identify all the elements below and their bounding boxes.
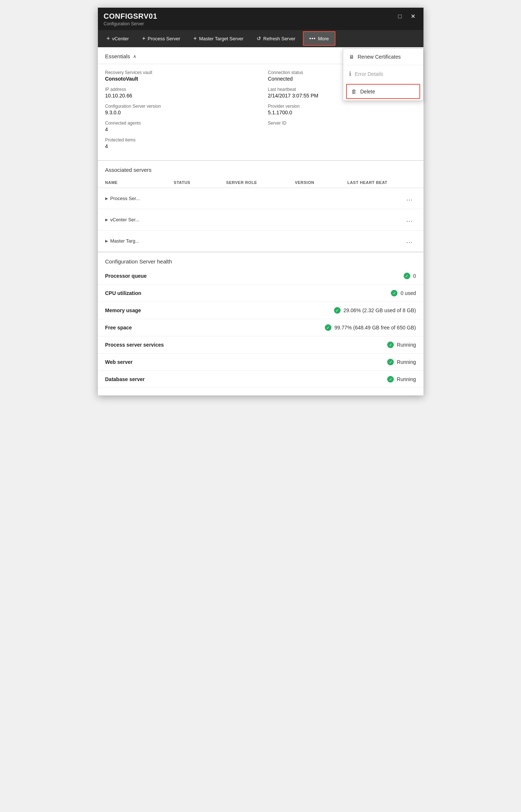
essentials-left: Recovery Services vault ConsotoVault IP … [105, 70, 253, 154]
close-button[interactable]: ✕ [408, 12, 418, 21]
ip-value: 10.10.20.66 [105, 93, 253, 99]
table-row[interactable]: ▶ Master Targ... … [98, 230, 423, 252]
cs-version-label: Configuration Server version [105, 104, 253, 109]
delete-label: Delete [360, 89, 375, 95]
memory-usage-value: ✓ 29.06% (2.32 GB used of 8 GB) [334, 307, 416, 314]
provider-label: Provider version [268, 104, 416, 109]
health-section: Configuration Server health Processor qu… [98, 252, 423, 395]
vcenter-label: vCenter [112, 36, 129, 41]
add-process-server-button[interactable]: + Process Server [136, 30, 186, 47]
process-services-text: Running [397, 342, 416, 348]
green-check-icon-5: ✓ [387, 342, 394, 348]
col-heartbeat: LAST HEART BEAT [347, 180, 412, 185]
free-space-text: 99.77% (648.49 GB free of 650 GB) [334, 325, 416, 331]
health-row-memory: Memory usage ✓ 29.06% (2.32 GB used of 8… [98, 302, 423, 319]
toolbar: + vCenter + Process Server + Master Targ… [98, 30, 423, 47]
row-name-vcenter: ▶ vCenter Ser... [105, 217, 403, 222]
database-server-text: Running [397, 376, 416, 382]
row-more-dots-2[interactable]: … [403, 214, 416, 225]
plus-icon-2: + [142, 35, 145, 42]
master-target-label: Master Target Server [199, 36, 243, 41]
green-check-icon-2: ✓ [391, 290, 397, 296]
health-row-cpu: CPU utilization ✓ 0 used [98, 285, 423, 302]
more-button[interactable]: ••• More [303, 31, 335, 46]
field-agents: Connected agents 4 [105, 121, 253, 132]
trash-icon: 🗑 [351, 88, 357, 95]
more-label: More [318, 36, 329, 41]
web-server-label: Web server [105, 359, 133, 365]
col-role: SERVER ROLE [226, 180, 291, 185]
col-status: STATUS [174, 180, 223, 185]
row-name-process: ▶ Process Ser... [105, 196, 403, 201]
app-subtitle: Configuration Server [104, 21, 157, 26]
health-row-process-services: Process server services ✓ Running [98, 336, 423, 354]
database-server-value: ✓ Running [387, 376, 416, 383]
add-vcenter-button[interactable]: + vCenter [101, 30, 135, 47]
cpu-utilization-text: 0 used [400, 290, 416, 296]
error-details-item[interactable]: ℹ Error Details [343, 65, 423, 82]
app-title: CONFIGSRV01 [104, 12, 157, 21]
web-server-value: ✓ Running [387, 359, 416, 365]
chevron-right-icon-2: ▶ [105, 218, 108, 222]
free-space-label: Free space [105, 325, 132, 331]
provider-value: 5.1.1700.0 [268, 110, 416, 115]
field-server-id: Server ID [268, 121, 416, 126]
associated-servers-title: Associated servers [98, 161, 423, 177]
database-server-label: Database server [105, 376, 145, 382]
free-space-value: ✓ 99.77% (648.49 GB free of 650 GB) [325, 324, 416, 331]
refresh-icon: ↺ [257, 36, 261, 41]
health-row-web-server: Web server ✓ Running [98, 354, 423, 371]
green-check-icon-6: ✓ [387, 359, 394, 365]
field-ip: IP address 10.10.20.66 [105, 87, 253, 99]
vault-label: Recovery Services vault [105, 70, 253, 75]
delete-item[interactable]: 🗑 Delete [346, 84, 420, 99]
table-header: NAME STATUS SERVER ROLE VERSION LAST HEA… [98, 177, 423, 188]
health-row-free-space: Free space ✓ 99.77% (648.49 GB free of 6… [98, 319, 423, 336]
agents-label: Connected agents [105, 121, 253, 126]
field-provider: Provider version 5.1.1700.0 [268, 104, 416, 115]
processor-queue-text: 0 [413, 273, 416, 279]
refresh-server-button[interactable]: ↺ Refresh Server [251, 30, 301, 47]
row-more-dots-1[interactable]: … [403, 193, 416, 204]
master-targ-label: Master Targ... [110, 238, 139, 244]
chevron-right-icon-3: ▶ [105, 239, 108, 243]
protected-value: 4 [105, 143, 253, 149]
title-bar: CONFIGSRV01 Configuration Server □ ✕ [98, 8, 423, 30]
title-bar-left: CONFIGSRV01 Configuration Server [104, 12, 157, 26]
process-services-label: Process server services [105, 342, 164, 348]
field-protected: Protected items 4 [105, 137, 253, 149]
green-check-icon: ✓ [404, 273, 410, 279]
memory-usage-text: 29.06% (2.32 GB used of 8 GB) [344, 307, 416, 313]
server-id-label: Server ID [268, 121, 416, 126]
add-master-target-button[interactable]: + Master Target Server [188, 30, 249, 47]
plus-icon-3: + [194, 35, 197, 42]
dropdown-menu: 🖥 Renew Certificates ℹ Error Details 🗑 D… [343, 48, 423, 101]
green-check-icon-3: ✓ [334, 307, 341, 314]
info-icon: ℹ [349, 70, 351, 77]
table-row[interactable]: ▶ Process Ser... … [98, 188, 423, 209]
vcenter-ser-label: vCenter Ser... [110, 217, 139, 222]
ip-label: IP address [105, 87, 253, 92]
plus-icon: + [107, 35, 110, 42]
renew-certs-label: Renew Certificates [358, 54, 401, 60]
field-vault: Recovery Services vault ConsotoVault [105, 70, 253, 82]
refresh-server-label: Refresh Server [263, 36, 295, 41]
cpu-utilization-value: ✓ 0 used [391, 290, 416, 296]
error-details-label: Error Details [355, 71, 384, 77]
health-row-database: Database server ✓ Running [98, 371, 423, 388]
green-check-icon-7: ✓ [387, 376, 394, 383]
renew-certificates-item[interactable]: 🖥 Renew Certificates [343, 49, 423, 65]
row-name-master: ▶ Master Targ... [105, 238, 403, 244]
memory-usage-label: Memory usage [105, 307, 141, 313]
web-server-text: Running [397, 359, 416, 365]
minimize-button[interactable]: □ [396, 12, 404, 21]
main-window: CONFIGSRV01 Configuration Server □ ✕ + v… [98, 7, 424, 396]
health-title: Configuration Server health [98, 252, 423, 267]
vault-value: ConsotoVault [105, 76, 253, 82]
col-version: VERSION [295, 180, 344, 185]
row-more-dots-3[interactable]: … [403, 236, 416, 246]
table-row[interactable]: ▶ vCenter Ser... … [98, 209, 423, 230]
process-services-value: ✓ Running [387, 342, 416, 348]
processor-queue-label: Processor queue [105, 273, 147, 279]
agents-value: 4 [105, 126, 253, 132]
